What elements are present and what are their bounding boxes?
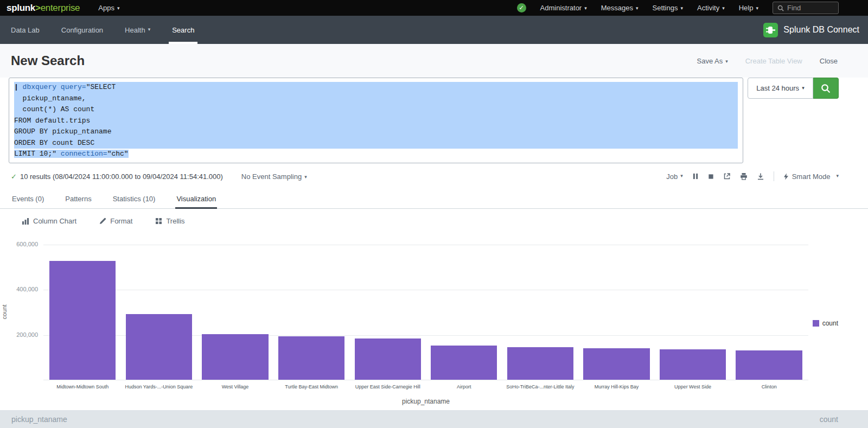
query-line: ORDER BY count DESC — [14, 138, 738, 149]
share-button[interactable] — [723, 173, 731, 180]
print-icon — [740, 173, 748, 180]
bar[interactable] — [355, 338, 421, 380]
bar-group-9[interactable]: Upper West Side — [655, 245, 731, 380]
bar[interactable] — [49, 261, 116, 380]
smart-mode-label: Smart Mode — [792, 173, 831, 181]
tab-label: Events (0) — [12, 195, 44, 203]
system-status-icon[interactable]: ✓ — [517, 3, 526, 12]
apps-label: Apps — [98, 4, 114, 12]
bar[interactable] — [507, 347, 573, 380]
chevron-down-icon: ▾ — [725, 59, 728, 64]
export-button[interactable] — [757, 173, 764, 180]
nav-health[interactable]: Health▾ — [114, 16, 161, 44]
download-icon — [757, 173, 764, 180]
chart-type-label: Column Chart — [33, 217, 76, 225]
nav-search[interactable]: Search — [161, 16, 205, 44]
column-header-pickup-ntaname[interactable]: pickup_ntaname — [11, 415, 67, 428]
query-line: pickup_ntaname, — [14, 93, 738, 105]
search-button[interactable] — [813, 78, 839, 99]
nav-configuration[interactable]: Configuration — [50, 16, 114, 44]
legend[interactable]: count — [813, 320, 838, 327]
bar[interactable] — [431, 346, 497, 380]
menu-messages[interactable]: Messages▾ — [601, 4, 639, 12]
trellis-button[interactable]: Trellis — [155, 217, 184, 225]
menu-settings[interactable]: Settings▾ — [653, 4, 684, 12]
job-menu[interactable]: Job▾ — [666, 173, 683, 181]
nav-label: Health — [125, 26, 145, 34]
query-line: | dbxquery query="SELECT — [14, 82, 738, 93]
x-tick-label: West Village — [194, 384, 277, 389]
format-button[interactable]: Format — [99, 217, 132, 225]
bar-group-1[interactable]: Midtown-Midtown South — [44, 245, 121, 380]
menu-activity[interactable]: Activity▾ — [697, 4, 725, 12]
bar[interactable] — [660, 349, 726, 380]
chevron-down-icon: ▾ — [148, 27, 151, 32]
app-title[interactable]: Splunk DB Connect — [783, 25, 859, 35]
bar-group-8[interactable]: Murray Hill-Kips Bay — [578, 245, 655, 380]
close-button[interactable]: Close — [820, 57, 838, 65]
bar-group-3[interactable]: West Village — [197, 245, 273, 380]
bar[interactable] — [126, 314, 192, 380]
page-title: New Search — [11, 53, 85, 68]
menu-label: Administrator — [540, 4, 582, 12]
bar[interactable] — [202, 334, 268, 380]
tab-visualization[interactable]: Visualization — [175, 189, 217, 208]
stop-button[interactable] — [708, 174, 714, 180]
search-icon — [777, 5, 784, 11]
tab-label: Patterns — [65, 195, 91, 203]
y-tick-label: 400,000 — [16, 286, 38, 292]
bar[interactable] — [736, 350, 802, 380]
tab-patterns[interactable]: Patterns — [64, 189, 92, 208]
bar-group-5[interactable]: Upper East Side-Carnegie Hill — [349, 245, 426, 380]
search-query-editor[interactable]: | dbxquery query="SELECT pickup_ntaname,… — [9, 78, 743, 163]
chart-type-button[interactable]: Column Chart — [22, 217, 76, 225]
nav-data-lab[interactable]: Data Lab — [0, 16, 50, 44]
bar-group-7[interactable]: SoHo-TriBeCa-...nter-Little Italy — [502, 245, 579, 380]
bar-group-4[interactable]: Turtle Bay-East Midtown — [273, 245, 350, 380]
find-input[interactable] — [787, 4, 833, 12]
save-as-button[interactable]: Save As▾ — [697, 57, 727, 65]
column-chart-icon — [22, 218, 29, 225]
x-tick-label: Airport — [423, 384, 506, 389]
x-axis-title: pickup_ntaname — [43, 398, 808, 405]
column-header-count[interactable]: count — [820, 415, 838, 428]
menu-label: Settings — [653, 4, 678, 12]
job-label: Job — [666, 173, 678, 181]
check-icon: ✓ — [11, 173, 17, 181]
bolt-icon — [783, 173, 789, 180]
chevron-down-icon: ▾ — [117, 5, 120, 11]
create-table-view-button[interactable]: Create Table View — [745, 57, 802, 65]
search-mode-selector[interactable]: Smart Mode▾ — [783, 173, 839, 181]
tab-statistics[interactable]: Statistics (10) — [112, 189, 157, 208]
bar-group-2[interactable]: Hudson Yards-...-Union Square — [121, 245, 197, 380]
find-search-box[interactable] — [773, 2, 839, 14]
results-summary: 10 results (08/04/2024 11:00:00.000 to 0… — [20, 173, 223, 181]
divider — [774, 171, 774, 181]
visualization-chart: count 200,000400,000600,000 Midtown-Midt… — [0, 239, 868, 405]
menu-label: Help — [739, 4, 754, 12]
print-button[interactable] — [740, 173, 748, 180]
logo-gt: > — [35, 3, 41, 13]
chevron-down-icon: ▾ — [836, 173, 839, 178]
bar[interactable] — [583, 348, 649, 380]
tab-events[interactable]: Events (0) — [11, 189, 45, 208]
event-sampling-dropdown[interactable]: No Event Sampling▾ — [241, 173, 307, 181]
splunk-logo[interactable]: splunk>enterprise — [7, 3, 80, 14]
page-header: New Search Save As▾ Create Table View Cl… — [0, 44, 868, 78]
chevron-down-icon: ▾ — [756, 5, 758, 11]
query-line: GROUP BY pickup_ntaname — [14, 126, 738, 138]
pause-button[interactable] — [692, 173, 699, 180]
x-tick-label: Murray Hill-Kips Bay — [575, 384, 658, 389]
pause-icon — [692, 173, 699, 180]
time-range-picker[interactable]: Last 24 hours▾ — [748, 78, 813, 99]
menu-administrator[interactable]: Administrator▾ — [540, 4, 587, 12]
menu-help[interactable]: Help▾ — [739, 4, 758, 12]
pencil-icon — [99, 218, 106, 225]
bar-group-6[interactable]: Airport — [426, 245, 502, 380]
apps-menu[interactable]: Apps▾ — [98, 4, 119, 12]
bar[interactable] — [278, 336, 344, 380]
bar-group-10[interactable]: Clinton — [731, 245, 807, 380]
nav-label: Configuration — [61, 26, 103, 34]
chevron-down-icon: ▾ — [680, 5, 683, 11]
x-tick-label: Turtle Bay-East Midtown — [270, 384, 353, 389]
